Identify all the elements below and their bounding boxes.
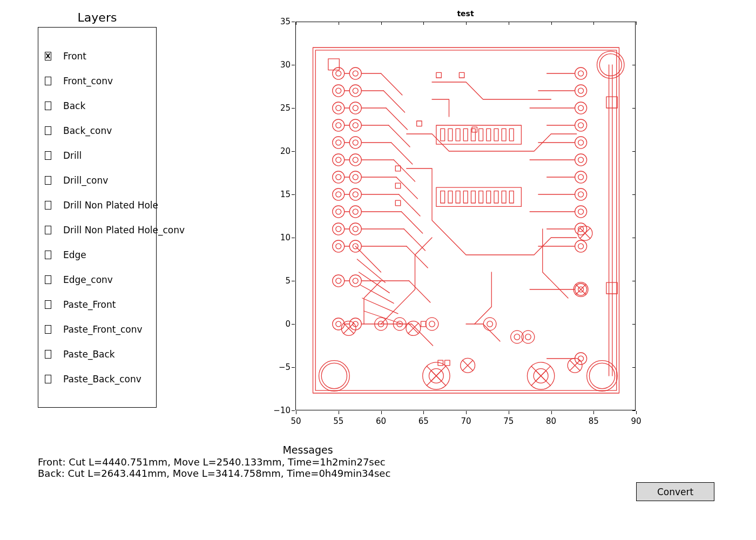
layer-checkbox[interactable] <box>45 226 51 234</box>
layer-row[interactable]: Drill Non Plated Hole <box>38 193 156 218</box>
pcb-plot[interactable]: −10−505101520253035505560657075808590 <box>295 22 636 410</box>
layer-row[interactable]: Drill <box>38 143 156 168</box>
svg-point-37 <box>336 140 341 145</box>
svg-marker-160 <box>494 191 498 203</box>
svg-point-124 <box>575 206 587 218</box>
svg-point-211 <box>483 318 496 330</box>
svg-marker-166 <box>436 72 441 78</box>
x-tick <box>339 411 339 414</box>
svg-point-93 <box>336 321 341 327</box>
svg-marker-154 <box>448 191 453 203</box>
layers-panel: XFrontFront_convBackBack_convDrillDrill_… <box>38 27 157 408</box>
y-tick <box>292 238 295 238</box>
svg-marker-143 <box>441 129 445 140</box>
svg-marker-161 <box>502 191 506 203</box>
svg-point-106 <box>575 102 587 114</box>
svg-point-17 <box>349 85 361 97</box>
layer-label: Edge_conv <box>63 274 113 285</box>
svg-point-18 <box>353 88 358 93</box>
layer-label: Drill_conv <box>63 175 108 186</box>
svg-point-94 <box>349 318 361 330</box>
y-tick <box>292 22 295 22</box>
layer-row[interactable]: Paste_Front_conv <box>38 317 156 342</box>
svg-marker-153 <box>441 191 445 203</box>
layer-row[interactable]: Back_conv <box>38 118 156 143</box>
svg-line-221 <box>362 298 398 314</box>
layer-row[interactable]: Drill_conv <box>38 168 156 193</box>
x-tick-label: 50 <box>285 416 307 426</box>
svg-point-50 <box>333 171 345 183</box>
svg-point-78 <box>333 240 345 252</box>
svg-marker-144 <box>448 129 453 140</box>
layer-row[interactable]: Paste_Back_conv <box>38 367 156 392</box>
layer-checkbox[interactable] <box>45 251 51 259</box>
layer-row[interactable]: Edge_conv <box>38 267 156 292</box>
svg-point-86 <box>336 278 341 284</box>
svg-point-9 <box>336 71 341 76</box>
layer-row[interactable]: Paste_Back <box>38 342 156 367</box>
layer-checkbox[interactable] <box>45 151 51 160</box>
svg-point-8 <box>333 68 345 79</box>
layer-label: Back <box>63 100 85 111</box>
layer-row[interactable]: Back <box>38 93 156 118</box>
svg-marker-150 <box>494 129 498 140</box>
layer-checkbox[interactable] <box>45 176 51 185</box>
layer-checkbox[interactable] <box>45 102 51 110</box>
svg-point-29 <box>333 119 345 131</box>
svg-point-103 <box>575 85 587 97</box>
layer-label: Drill <box>63 150 82 161</box>
convert-button[interactable]: Convert <box>636 482 714 501</box>
layer-checkbox[interactable] <box>45 325 51 334</box>
pcb-artwork <box>296 22 636 410</box>
x-tick-label: 60 <box>370 416 392 426</box>
svg-point-85 <box>333 275 345 287</box>
svg-point-125 <box>578 209 584 214</box>
layer-row[interactable]: Paste_Front <box>38 292 156 317</box>
layer-row[interactable]: Edge <box>38 242 156 267</box>
layer-row[interactable]: XFront <box>38 44 156 69</box>
svg-point-209 <box>426 318 438 330</box>
svg-point-116 <box>578 157 584 163</box>
x-tick-label: 65 <box>413 416 434 426</box>
svg-line-91 <box>409 281 430 302</box>
x-tick-label: 85 <box>583 416 604 426</box>
layer-row[interactable]: Front_conv <box>38 69 156 93</box>
svg-point-214 <box>514 334 520 340</box>
svg-point-15 <box>333 85 345 97</box>
y-tick-label: −10 <box>264 406 291 415</box>
y-tick <box>292 151 295 152</box>
svg-point-112 <box>575 137 587 148</box>
layer-label: Drill Non Plated Hole <box>63 200 158 211</box>
layer-label: Front <box>63 51 86 62</box>
svg-point-60 <box>353 192 358 197</box>
layer-checkbox[interactable] <box>45 201 51 210</box>
svg-point-212 <box>487 321 493 327</box>
svg-point-74 <box>353 226 358 232</box>
svg-marker-140 <box>606 282 617 294</box>
y-tick <box>292 324 295 325</box>
layer-checkbox[interactable] <box>45 375 51 383</box>
svg-point-119 <box>578 174 584 180</box>
layer-row[interactable]: Drill Non Plated Hole_conv <box>38 218 156 242</box>
layer-label: Front_conv <box>63 76 113 86</box>
svg-line-220 <box>361 285 394 303</box>
layer-label: Drill Non Plated Hole_conv <box>63 225 185 235</box>
layer-checkbox[interactable] <box>45 300 51 309</box>
layer-checkbox[interactable]: X <box>45 52 51 60</box>
svg-point-88 <box>353 278 358 284</box>
svg-point-16 <box>336 88 341 93</box>
layer-label: Paste_Front_conv <box>63 324 142 335</box>
layer-checkbox[interactable] <box>45 275 51 284</box>
layer-checkbox[interactable] <box>45 77 51 85</box>
svg-point-45 <box>349 154 361 166</box>
layer-checkbox[interactable] <box>45 126 51 135</box>
y-tick-label: 30 <box>264 60 291 70</box>
svg-marker-152 <box>509 129 514 140</box>
svg-point-101 <box>578 71 584 76</box>
svg-point-23 <box>336 105 341 111</box>
y-tick <box>292 281 295 281</box>
svg-marker-139 <box>606 97 617 108</box>
layer-checkbox[interactable] <box>45 350 51 359</box>
svg-point-131 <box>578 244 584 249</box>
x-tick-label: 70 <box>455 416 477 426</box>
